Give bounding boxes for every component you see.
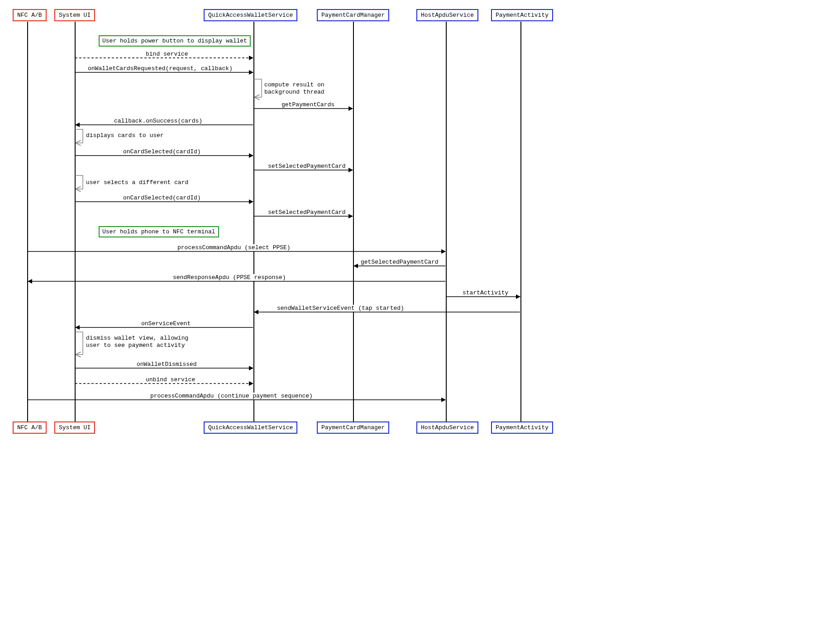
participant-nfc-top: NFC A/B [13, 9, 47, 21]
participant-nfc-bottom: NFC A/B [13, 421, 47, 434]
lifeline-sysui [75, 22, 76, 421]
participant-has-bottom: HostApduService [416, 421, 478, 434]
lifeline-qaws [253, 22, 254, 421]
participant-has-top: HostApduService [416, 9, 478, 21]
msg-bind-service: bind service [145, 51, 189, 57]
lifeline-pa [520, 22, 521, 421]
selfmsg-dismiss-wallet-view: dismiss wallet view, allowing user to se… [85, 335, 200, 350]
arrows-svg [9, 9, 561, 439]
msg-unbind-service: unbind service [145, 376, 196, 383]
msg-on-wallet-cards-requested: onWalletCardsRequested(request, callback… [87, 65, 234, 72]
participant-sysui-bottom: System UI [54, 421, 95, 434]
sequence-diagram: NFC A/B System UI QuickAccessWalletServi… [9, 9, 561, 439]
msg-setselected-1: setSelectedPaymentCard [267, 163, 347, 170]
msg-process-apdu-continue: processCommandApdu (continue payment seq… [149, 393, 314, 399]
selfmsg-displays-cards: displays cards to user [85, 132, 165, 139]
participant-pcm-top: PaymentCardManager [317, 9, 389, 21]
msg-setselected-2: setSelectedPaymentCard [267, 209, 347, 216]
lifeline-has [446, 22, 447, 421]
msg-process-apdu-ppse: processCommandApdu (select PPSE) [177, 244, 291, 251]
msg-send-wallet-service-event: sendWalletServiceEvent (tap started) [276, 305, 405, 312]
note-hold-to-terminal: User holds phone to NFC terminal [99, 226, 219, 237]
msg-callback-onsuccess: callback.onSuccess(cards) [113, 118, 203, 124]
msg-start-activity: startActivity [462, 289, 509, 296]
msg-send-response-apdu: sendResponseApdu (PPSE response) [172, 274, 287, 281]
participant-pcm-bottom: PaymentCardManager [317, 421, 389, 434]
msg-oncardselected-2: onCardSelected(cardId) [122, 194, 202, 201]
msg-getselected-card: getSelectedPaymentCard [360, 259, 439, 265]
msg-get-payment-cards: getPaymentCards [281, 101, 335, 108]
participant-sysui-top: System UI [54, 9, 95, 21]
msg-oncardselected-1: onCardSelected(cardId) [122, 148, 202, 155]
lifeline-nfc [27, 22, 28, 421]
selfmsg-user-selects-different: user selects a different card [85, 179, 189, 186]
participant-pa-top: PaymentActivity [491, 9, 553, 21]
msg-on-service-event: onServiceEvent [140, 320, 191, 327]
participant-qaws-bottom: QuickAccessWalletService [204, 421, 297, 434]
lifeline-pcm [353, 22, 354, 421]
selfmsg-compute-result: compute result on background thread [263, 81, 342, 96]
participant-qaws-top: QuickAccessWalletService [204, 9, 297, 21]
participant-pa-bottom: PaymentActivity [491, 421, 553, 434]
msg-on-wallet-dismissed: onWalletDismissed [136, 361, 198, 368]
note-hold-power: User holds power button to display walle… [99, 35, 251, 47]
